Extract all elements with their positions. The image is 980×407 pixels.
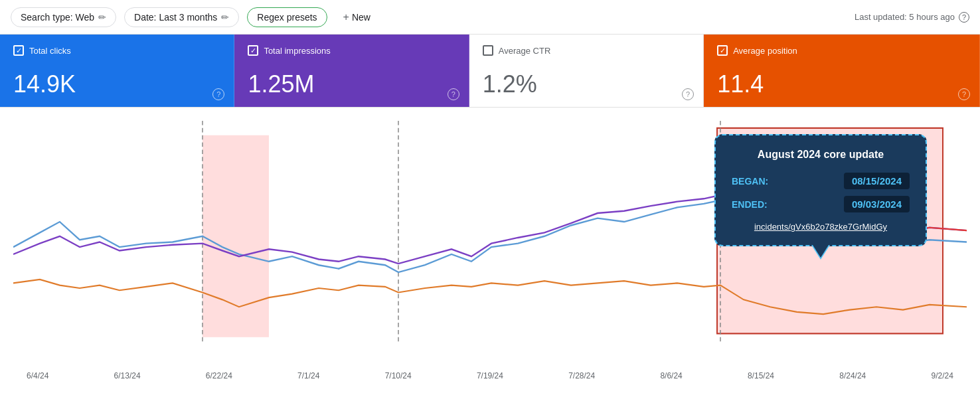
tooltip-ended-label: ENDED:	[732, 199, 768, 210]
clicks-help-icon[interactable]: ?	[212, 88, 224, 100]
impressions-header: Total impressions	[248, 45, 455, 56]
search-type-filter[interactable]: Search type: Web ✏	[11, 7, 116, 27]
impressions-metric[interactable]: Total impressions 1.25M ?	[234, 35, 469, 107]
tooltip-ended-row: ENDED: 09/03/2024	[732, 196, 910, 212]
x-label-4: 7/10/24	[385, 371, 412, 380]
position-value: 11.4	[717, 72, 966, 96]
date-label: Date: Last 3 months	[134, 12, 217, 23]
tooltip-link[interactable]: incidents/gVx6b2o78zke7GrMidGy	[732, 222, 910, 232]
x-label-0: 6/4/24	[27, 371, 48, 380]
ctr-header: Average CTR	[483, 45, 690, 56]
edit-icon: ✏	[98, 12, 106, 23]
x-label-5: 7/19/24	[477, 371, 503, 380]
x-label-2: 6/22/24	[206, 371, 232, 380]
x-label-10: 9/2/24	[931, 371, 953, 380]
position-help-icon[interactable]: ?	[958, 88, 970, 100]
impressions-help-icon[interactable]: ?	[448, 88, 459, 100]
ctr-checkbox[interactable]	[483, 45, 493, 56]
clicks-checkbox[interactable]	[13, 45, 24, 56]
ctr-metric[interactable]: Average CTR 1.2% ?	[469, 35, 704, 107]
tooltip-began-row: BEGAN: 08/15/2024	[732, 173, 910, 189]
x-axis: 6/4/24 6/13/24 6/22/24 7/1/24 7/10/24 7/…	[27, 371, 953, 380]
clicks-value: 14.9K	[13, 72, 220, 96]
new-label: New	[352, 12, 370, 23]
last-updated-help-icon[interactable]: ?	[959, 12, 969, 23]
new-button[interactable]: + New	[335, 7, 378, 27]
date-filter[interactable]: Date: Last 3 months ✏	[124, 7, 239, 27]
clicks-label: Total clicks	[29, 46, 71, 56]
top-bar: Search type: Web ✏ Date: Last 3 months ✏…	[0, 0, 980, 35]
ctr-help-icon[interactable]: ?	[682, 88, 694, 100]
position-checkbox[interactable]	[717, 45, 728, 56]
impressions-checkbox[interactable]	[248, 45, 258, 56]
tooltip-began-label: BEGAN:	[732, 176, 768, 187]
tooltip-arrow-inner	[813, 245, 829, 258]
clicks-metric[interactable]: Total clicks 14.9K ?	[0, 35, 234, 107]
x-label-3: 7/1/24	[297, 371, 319, 380]
impressions-label: Total impressions	[264, 46, 330, 56]
pink-region-1	[203, 135, 269, 337]
x-label-8: 8/15/24	[748, 371, 774, 380]
search-type-label: Search type: Web	[21, 12, 94, 23]
clicks-header: Total clicks	[13, 45, 220, 56]
tooltip-ended-value: 09/03/2024	[844, 196, 910, 212]
tooltip-title: August 2024 core update	[732, 149, 910, 161]
last-updated: Last updated: 5 hours ago ?	[855, 12, 969, 23]
regex-presets-button[interactable]: Regex presets	[247, 7, 327, 27]
impressions-value: 1.25M	[248, 72, 455, 96]
ctr-value: 1.2%	[483, 72, 690, 96]
edit-icon: ✏	[221, 12, 229, 23]
regex-label: Regex presets	[257, 12, 317, 23]
position-header: Average position	[717, 45, 966, 56]
position-label: Average position	[733, 46, 797, 56]
x-label-6: 7/28/24	[568, 371, 595, 380]
ctr-label: Average CTR	[499, 46, 551, 56]
x-label-9: 8/24/24	[839, 371, 866, 380]
metrics-row: Total clicks 14.9K ? Total impressions 1…	[0, 35, 980, 108]
tooltip-began-value: 08/15/2024	[844, 173, 910, 189]
chart-container: August 2024 core update BEGAN: 08/15/202…	[13, 121, 967, 380]
chart-area: August 2024 core update BEGAN: 08/15/202…	[0, 108, 980, 407]
plus-icon: +	[343, 11, 349, 23]
position-metric[interactable]: Average position 11.4 ?	[704, 35, 980, 107]
x-label-7: 8/6/24	[660, 371, 682, 380]
x-label-1: 6/13/24	[114, 371, 141, 380]
tooltip-popup: August 2024 core update BEGAN: 08/15/202…	[714, 134, 927, 246]
